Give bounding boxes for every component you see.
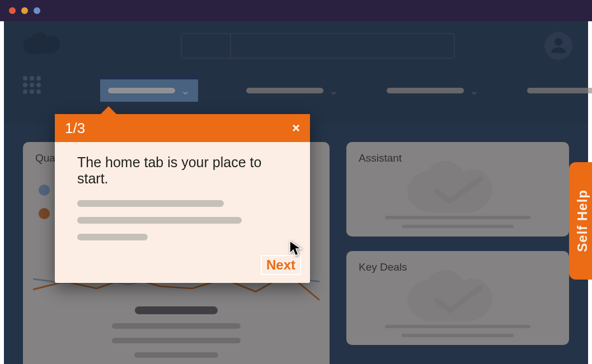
window-close-icon[interactable] (9, 7, 16, 14)
window-frame: ⌄ ⌄ ⌄ ⌄ Quartely (0, 0, 592, 364)
self-help-tab[interactable]: Self Help (569, 162, 592, 280)
tooltip-line-3 (77, 234, 148, 240)
close-icon[interactable]: × (292, 120, 300, 136)
tooltip-headline: The home tab is your place to start. (77, 154, 288, 187)
tooltip-line-2 (77, 217, 242, 224)
window-minimize-icon[interactable] (21, 7, 28, 14)
tooltip-footer: Next (55, 255, 310, 283)
tooltip-body-text (77, 200, 288, 240)
onboarding-tooltip: 1/3 × The home tab is your place to star… (55, 114, 310, 283)
tooltip-line-1 (77, 200, 224, 207)
tooltip-body: The home tab is your place to start. (55, 142, 310, 255)
tooltip-header: 1/3 × (55, 114, 310, 142)
tooltip-step: 1/3 (65, 120, 85, 137)
titlebar (0, 0, 592, 21)
cursor-icon (289, 240, 303, 260)
window-maximize-icon[interactable] (34, 7, 40, 14)
self-help-label: Self Help (575, 190, 590, 252)
